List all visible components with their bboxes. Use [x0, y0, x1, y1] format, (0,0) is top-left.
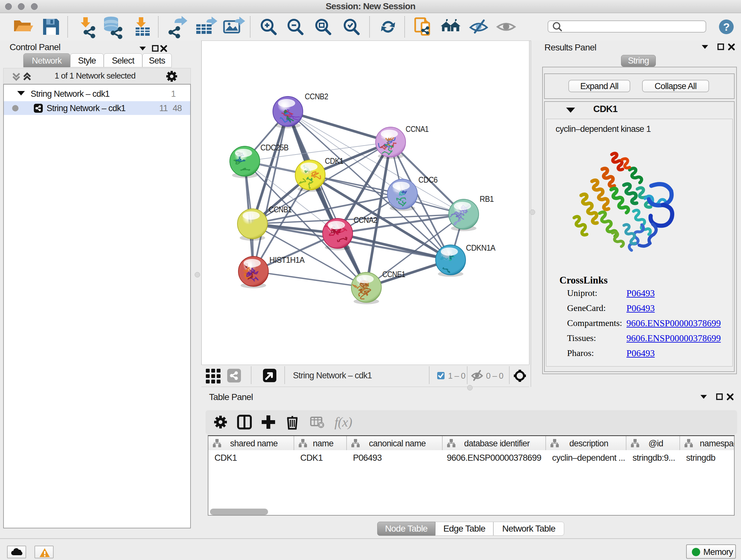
svg-text:CCNA2: CCNA2: [354, 215, 377, 225]
svg-text:CCNB1: CCNB1: [269, 205, 292, 214]
svg-text:CCNE1: CCNE1: [382, 269, 405, 279]
svg-text:f(x): f(x): [334, 415, 352, 430]
svg-text:CDKN1A: CDKN1A: [466, 243, 495, 253]
svg-text:RB1: RB1: [480, 194, 494, 204]
svg-text:CCNA1: CCNA1: [406, 124, 428, 134]
svg-text:CDC25B: CDC25B: [260, 143, 288, 152]
svg-text:CCNB2: CCNB2: [305, 91, 328, 101]
svg-text:CDK1: CDK1: [325, 156, 343, 166]
svg-text:HIST1H1A: HIST1H1A: [269, 255, 305, 265]
svg-text:CDC6: CDC6: [418, 175, 437, 185]
